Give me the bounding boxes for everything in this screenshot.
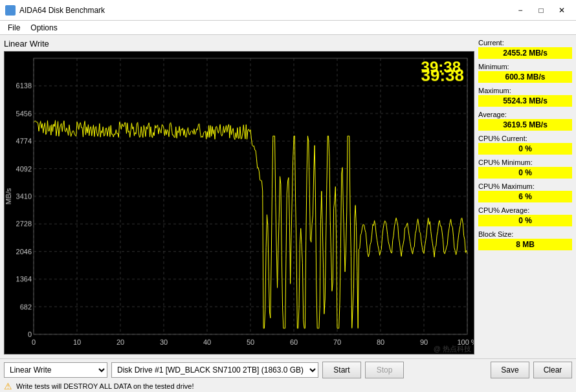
stat-cpu-current: CPU% Current: 0 % (478, 135, 572, 155)
cpu-average-value: 0 % (478, 215, 572, 226)
current-value: 2455.2 MB/s (478, 47, 572, 59)
maximum-value: 5524.3 MB/s (478, 95, 572, 107)
warning-text: Write tests will DESTROY ALL DATA on the… (16, 382, 194, 390)
average-label: Average: (478, 111, 572, 118)
stop-button[interactable]: Stop (365, 362, 404, 378)
menu-file[interactable]: File (3, 22, 25, 33)
maximize-button[interactable]: □ (532, 4, 550, 17)
cpu-maximum-value: 6 % (478, 191, 572, 202)
block-size-label: Block Size: (478, 230, 572, 238)
block-size-value: 8 MB (478, 239, 572, 250)
chart-area: 39:38 (4, 51, 474, 354)
bottom-controls: Linear Write Disk Drive #1 [WD_BLACK SN7… (0, 358, 576, 392)
control-row-1: Linear Write Disk Drive #1 [WD_BLACK SN7… (4, 362, 572, 378)
stat-cpu-maximum: CPU% Maximum: 6 % (478, 182, 572, 202)
title-bar: AIDA64 Disk Benchmark − □ ✕ (0, 0, 576, 21)
chart-timer: 39:38 (421, 58, 461, 76)
chart-container: Linear Write 39:38 (4, 39, 474, 354)
main-content: Linear Write 39:38 Current: 2455.2 MB/s … (0, 35, 576, 392)
minimum-value: 600.3 MB/s (478, 71, 572, 83)
stat-cpu-average: CPU% Average: 0 % (478, 206, 572, 226)
stat-maximum: Maximum: 5524.3 MB/s (478, 87, 572, 107)
maximum-label: Maximum: (478, 87, 572, 94)
title-bar-left: AIDA64 Disk Benchmark (5, 5, 105, 16)
warning-row: ⚠ Write tests will DESTROY ALL DATA on t… (4, 381, 572, 391)
menu-bar: File Options (0, 21, 576, 35)
stat-block-size: Block Size: 8 MB (478, 230, 572, 250)
window-title: AIDA64 Disk Benchmark (19, 6, 105, 15)
current-label: Current: (478, 39, 572, 47)
warning-icon: ⚠ (4, 381, 12, 391)
cpu-average-label: CPU% Average: (478, 206, 572, 214)
app-icon (5, 5, 16, 16)
title-bar-controls[interactable]: − □ ✕ (511, 4, 571, 17)
stat-minimum: Minimum: 600.3 MB/s (478, 63, 572, 83)
average-value: 3619.5 MB/s (478, 119, 572, 131)
cpu-maximum-label: CPU% Maximum: (478, 182, 572, 190)
stat-average: Average: 3619.5 MB/s (478, 111, 572, 131)
start-button[interactable]: Start (322, 362, 361, 378)
test-type-select[interactable]: Linear Write (4, 362, 107, 378)
chart-title: Linear Write (4, 39, 474, 49)
menu-options[interactable]: Options (25, 22, 62, 33)
stat-cpu-minimum: CPU% Minimum: 0 % (478, 158, 572, 179)
clear-button[interactable]: Clear (533, 362, 572, 378)
save-button[interactable]: Save (491, 362, 529, 378)
disk-drive-select[interactable]: Disk Drive #1 [WD_BLACK SN7100 2TB] (186… (111, 362, 318, 378)
cpu-current-value: 0 % (478, 143, 572, 155)
benchmark-canvas (5, 52, 474, 354)
cpu-minimum-label: CPU% Minimum: (478, 158, 572, 166)
stat-current: Current: 2455.2 MB/s (478, 39, 572, 59)
cpu-current-label: CPU% Current: (478, 135, 572, 142)
inner-layout: Linear Write 39:38 Current: 2455.2 MB/s … (0, 35, 576, 358)
cpu-minimum-value: 0 % (478, 167, 572, 179)
close-button[interactable]: ✕ (553, 4, 571, 17)
right-panel: Current: 2455.2 MB/s Minimum: 600.3 MB/s… (478, 39, 572, 354)
minimize-button[interactable]: − (511, 4, 529, 17)
minimum-label: Minimum: (478, 63, 572, 71)
